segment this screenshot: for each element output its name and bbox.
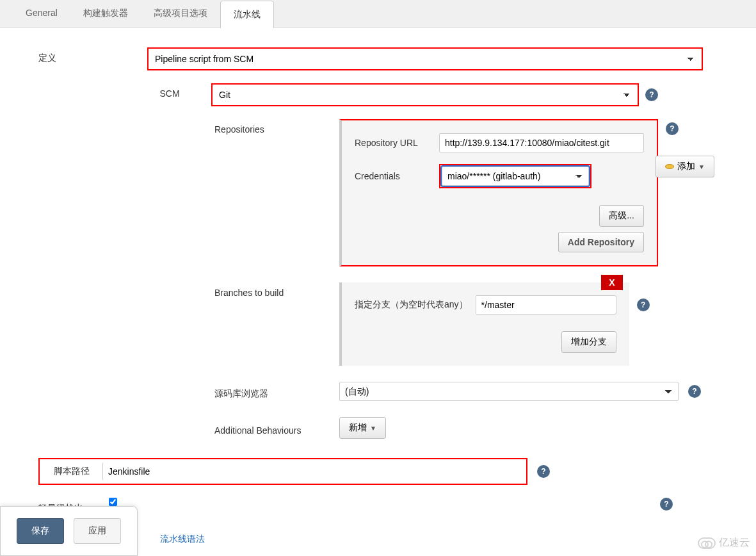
repositories-label: Repositories: [214, 119, 330, 266]
new-behaviour-label: 新增: [349, 422, 367, 434]
script-path-input[interactable]: [102, 462, 525, 480]
tab-triggers[interactable]: 构建触发器: [70, 0, 141, 28]
repo-url-input[interactable]: [439, 133, 644, 152]
add-branch-button[interactable]: 增加分支: [561, 331, 616, 353]
scm-select[interactable]: Git: [214, 86, 636, 104]
repo-browser-label: 源码库浏览器: [214, 383, 330, 400]
delete-branch-button[interactable]: X: [601, 275, 622, 290]
additional-label: Additional Behaviours: [214, 420, 330, 436]
script-path-label: 脚本路径: [41, 461, 102, 482]
help-icon[interactable]: ?: [537, 465, 550, 478]
branches-panel: X 指定分支（为空时代表any） 增加分支: [339, 282, 629, 366]
repo-browser-select[interactable]: (自动): [339, 382, 679, 401]
help-icon[interactable]: ?: [660, 498, 673, 511]
add-credentials-label: 添加: [677, 161, 695, 172]
scm-label: SCM: [128, 83, 211, 99]
pipeline-syntax-link[interactable]: 流水线语法: [160, 534, 205, 544]
help-icon[interactable]: ?: [688, 385, 701, 398]
save-button[interactable]: 保存: [17, 518, 64, 544]
definition-label: 定义: [19, 47, 147, 64]
footer-actions: 保存 应用: [0, 506, 138, 556]
watermark-icon: [698, 537, 716, 549]
add-credentials-button[interactable]: 添加 ▼: [655, 156, 714, 177]
help-icon[interactable]: ?: [645, 88, 658, 101]
help-icon[interactable]: ?: [666, 122, 679, 135]
definition-select[interactable]: Pipeline script from SCM: [150, 50, 700, 68]
repo-url-label: Repository URL: [355, 138, 431, 148]
advanced-button[interactable]: 高级...: [599, 205, 644, 227]
key-icon: [665, 164, 674, 169]
new-behaviour-button[interactable]: 新增 ▼: [339, 417, 386, 439]
credentials-select[interactable]: miao/****** (gitlab-auth): [442, 167, 589, 186]
branches-label: Branches to build: [214, 282, 330, 366]
branch-spec-label: 指定分支（为空时代表any）: [355, 299, 468, 311]
pipeline-config: 定义 Pipeline script from SCM SCM Git ? R: [0, 28, 756, 556]
config-tabs: General 构建触发器 高级项目选项 流水线: [0, 0, 756, 28]
tab-general[interactable]: General: [13, 0, 70, 28]
tab-advanced[interactable]: 高级项目选项: [141, 0, 220, 28]
lightweight-checkbox[interactable]: [109, 498, 117, 506]
branch-input[interactable]: [476, 295, 616, 315]
tab-pipeline[interactable]: 流水线: [220, 1, 274, 28]
chevron-down-icon: ▼: [370, 425, 376, 432]
watermark-text: 亿速云: [719, 536, 750, 550]
credentials-label: Credentials: [355, 171, 431, 181]
watermark: 亿速云: [698, 536, 750, 550]
chevron-down-icon: ▼: [698, 163, 705, 170]
repositories-panel: Repository URL Credentials miao/****** (…: [339, 119, 658, 266]
apply-button[interactable]: 应用: [74, 518, 121, 544]
help-icon[interactable]: ?: [637, 298, 650, 311]
add-repository-button[interactable]: Add Repository: [558, 232, 644, 252]
